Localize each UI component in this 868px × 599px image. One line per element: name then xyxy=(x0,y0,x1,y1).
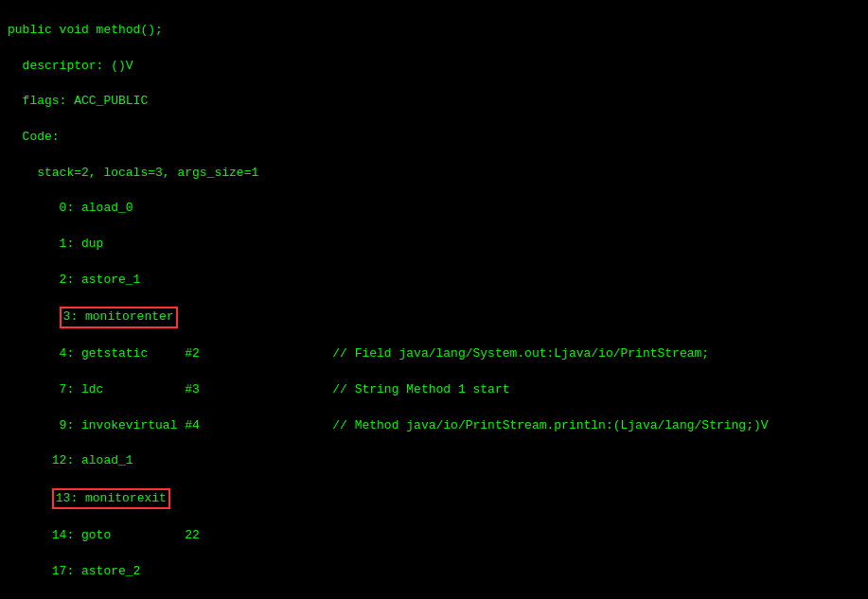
code-line: descriptor: ()V xyxy=(8,58,860,76)
comment-text: // Field java/lang/System.out:Ljava/io/P… xyxy=(332,346,709,361)
code-text: public void method(); xyxy=(8,23,163,37)
code-line: 7: ldc #3 // String Method 1 start xyxy=(8,381,860,399)
code-line: 4: getstatic #2 // Field java/lang/Syste… xyxy=(8,345,860,363)
code-line: 0: aload_0 xyxy=(8,200,860,218)
code-line: flags: ACC_PUBLIC xyxy=(8,93,860,111)
monitorexit-highlight: 13: monitorexit xyxy=(52,488,170,509)
code-text: 12: aload_1 xyxy=(8,453,133,467)
code-text: 4: getstatic #2 // Field java/lang/Syste… xyxy=(8,346,709,361)
code-text: 1: dup xyxy=(8,237,103,251)
code-text: flags: ACC_PUBLIC xyxy=(8,94,148,108)
code-text: descriptor: ()V xyxy=(8,59,133,73)
code-line: 1: dup xyxy=(8,236,860,254)
code-text: 2: astore_1 xyxy=(8,273,140,287)
code-line: 12: aload_1 xyxy=(8,452,860,470)
code-line: 14: goto 22 xyxy=(8,527,860,545)
code-line: 2: astore_1 xyxy=(8,272,860,290)
code-text: 9: invokevirtual #4 // Method java/io/Pr… xyxy=(8,418,769,432)
code-text: 7: ldc #3 // String Method 1 start xyxy=(8,382,510,396)
code-viewer: public void method(); descriptor: ()V fl… xyxy=(8,4,860,599)
code-text: Code: xyxy=(8,130,60,144)
monitorenter-highlight: 3: monitorenter xyxy=(60,307,178,327)
code-text: 14: goto 22 xyxy=(8,528,200,542)
comment-text: // Method java/io/PrintStream.println:(L… xyxy=(332,418,768,432)
code-line: stack=2, locals=3, args_size=1 xyxy=(8,165,860,183)
code-text: 17: astore_2 xyxy=(8,564,140,578)
code-text: stack=2, locals=3, args_size=1 xyxy=(8,166,258,180)
code-line: 17: astore_2 xyxy=(8,563,860,581)
code-line: public void method(); xyxy=(8,22,860,40)
comment-text: // String Method 1 start xyxy=(332,382,509,396)
code-line: 9: invokevirtual #4 // Method java/io/Pr… xyxy=(8,417,860,435)
code-text: 0: aload_0 xyxy=(8,201,133,215)
code-line: Code: xyxy=(8,129,860,147)
code-line-highlighted: 13: monitorexit xyxy=(8,488,860,509)
code-line-highlighted: 3: monitorenter xyxy=(8,307,860,327)
